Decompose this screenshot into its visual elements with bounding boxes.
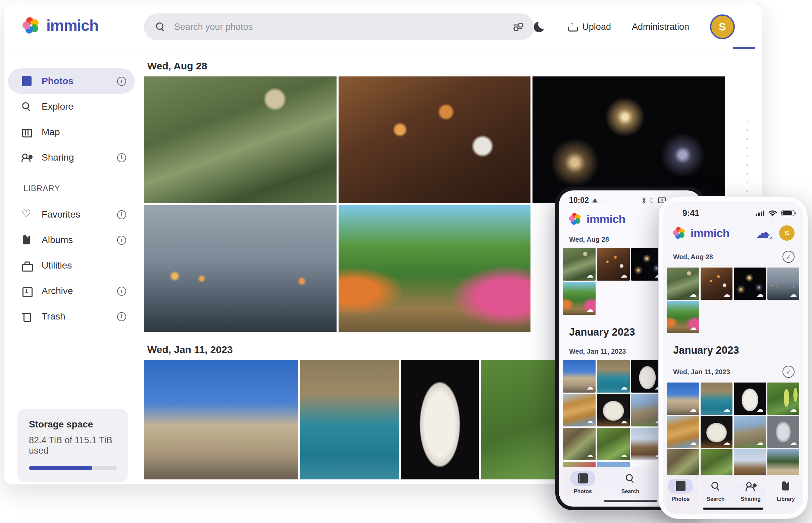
search-icon (155, 22, 166, 32)
photo-sea-grapes[interactable] (767, 382, 799, 415)
immich-flower-icon (568, 212, 582, 226)
cloud-sync-icon[interactable]: ✓ (756, 226, 774, 240)
info-icon[interactable] (117, 77, 126, 86)
sidebar-item[interactable]: Trash (8, 304, 135, 329)
info-icon[interactable] (117, 312, 126, 321)
photos-icon (578, 473, 588, 484)
photo-coastal-town[interactable] (300, 360, 399, 480)
photo-autumn-path[interactable] (667, 301, 699, 333)
sidebar-item[interactable]: Explore (8, 94, 135, 119)
sharing-icon (746, 481, 756, 491)
photo-fortress[interactable] (667, 382, 699, 415)
scrubber-position-indicator[interactable] (733, 47, 755, 49)
administration-link[interactable]: Administration (632, 22, 689, 32)
info-icon[interactable] (117, 287, 126, 296)
immich-logo: immich (568, 212, 625, 226)
cloud-backup-icon (690, 438, 697, 447)
nav-item[interactable]: Library (773, 479, 798, 502)
photo-sculpture-woman[interactable] (597, 394, 629, 427)
cloud-backup-icon (620, 417, 627, 425)
photo-lizard-1[interactable] (563, 428, 595, 460)
photo-dinner-table[interactable] (701, 268, 733, 300)
phone-screen: 9:41 immich ✓ S Wed, Aug 28 (663, 201, 803, 514)
photo-autumn-path[interactable] (563, 282, 595, 314)
wifi-icon (768, 210, 777, 217)
user-avatar[interactable]: S (710, 14, 735, 39)
photo-sculpture-woman[interactable] (701, 416, 733, 448)
status-time: 10:02 (569, 196, 589, 205)
nav-item[interactable]: Sharing (738, 479, 763, 502)
photo-sculpture-bust[interactable] (734, 382, 766, 415)
sidebar-item[interactable]: Albums (8, 227, 135, 253)
photo-silver-ornament[interactable] (767, 416, 799, 448)
photo-beach-cliff[interactable] (667, 416, 699, 448)
iphone-mockup: 9:41 immich ✓ S Wed, Aug 28 (658, 196, 808, 519)
sidebar-item[interactable]: Utilities (8, 253, 135, 278)
photo-beach-cliff[interactable] (563, 394, 595, 427)
date-header: Wed, Aug 28 (147, 60, 730, 72)
sidebar-item[interactable]: Photos (8, 68, 135, 94)
cloud-backup-icon (620, 271, 627, 279)
photo-zoo-monkeys[interactable] (144, 76, 336, 203)
photo-coastal-town[interactable] (597, 360, 629, 393)
library-section-label: LIBRARY (8, 170, 135, 202)
photo-fortress[interactable] (563, 360, 595, 393)
dark-mode-moon-icon[interactable] (534, 21, 546, 33)
sidebar-item[interactable]: Sharing (8, 145, 135, 170)
immich-logo: immich (672, 226, 729, 240)
info-icon[interactable] (117, 236, 126, 245)
photo-zoo-monkeys[interactable] (563, 248, 595, 281)
storage-title: Storage space (29, 419, 117, 430)
photo-dinner-table[interactable] (597, 248, 629, 281)
cloud-backup-icon (690, 290, 697, 299)
photo-sculpture-bust[interactable] (401, 360, 479, 480)
photo-holding-hands[interactable] (767, 268, 799, 300)
cloud-backup-icon (723, 438, 730, 447)
photo-fireworks[interactable] (734, 268, 766, 300)
albums-icon (781, 481, 791, 491)
status-time: 9:41 (673, 208, 699, 218)
sidebar: Photos Explore Map Sharing (4, 50, 139, 484)
info-icon[interactable] (117, 210, 126, 219)
search-icon (711, 481, 721, 491)
photos-icon (21, 76, 32, 86)
immich-flower-icon (21, 16, 40, 35)
photo-fireworks[interactable] (533, 76, 725, 203)
photo-zoo-monkeys[interactable] (667, 268, 699, 300)
nav-item[interactable]: Photos (570, 471, 595, 494)
photo-dinner-table[interactable] (339, 76, 531, 203)
immich-logo[interactable]: immich (21, 16, 98, 35)
filter-sliders-icon[interactable] (513, 22, 523, 31)
nav-item[interactable]: Search (703, 479, 728, 502)
cloud-backup-icon (790, 438, 797, 447)
user-avatar[interactable]: S (779, 225, 795, 241)
home-indicator[interactable] (703, 508, 763, 510)
upload-button[interactable]: Upload (567, 21, 611, 32)
search-bar[interactable]: Search your photos (144, 13, 534, 40)
app-header: immich Search your photos Upload Adminis… (4, 3, 762, 50)
photo-coastal-town[interactable] (701, 382, 733, 415)
bluetooth-icon (642, 197, 646, 204)
select-all-check-icon[interactable] (782, 251, 795, 263)
sidebar-item[interactable]: Favorites (8, 202, 135, 227)
more-dots-icon: ··· (601, 199, 610, 202)
photo-lizard-2[interactable] (597, 428, 629, 460)
photo-fortress[interactable] (144, 360, 298, 480)
heart-icon (21, 210, 32, 220)
select-all-check-icon[interactable] (782, 366, 795, 378)
photo-castle-ruins[interactable] (734, 416, 766, 448)
info-icon[interactable] (117, 153, 126, 162)
photo-holding-hands[interactable] (144, 205, 336, 332)
cloud-backup-icon (790, 405, 797, 413)
storage-progress-fill (29, 466, 92, 470)
upload-icon (567, 21, 577, 32)
nav-item[interactable]: Search (618, 471, 642, 494)
date-label: Wed, Jan 11, 2023 (673, 368, 730, 376)
home-indicator[interactable] (604, 500, 657, 502)
sidebar-item[interactable]: Map (8, 119, 135, 145)
cloud-backup-icon (620, 383, 627, 391)
nav-item[interactable]: Photos (668, 479, 693, 502)
photo-autumn-path[interactable] (339, 205, 531, 332)
sidebar-item[interactable]: Archive (8, 278, 135, 304)
cloud-backup-icon (723, 290, 730, 299)
